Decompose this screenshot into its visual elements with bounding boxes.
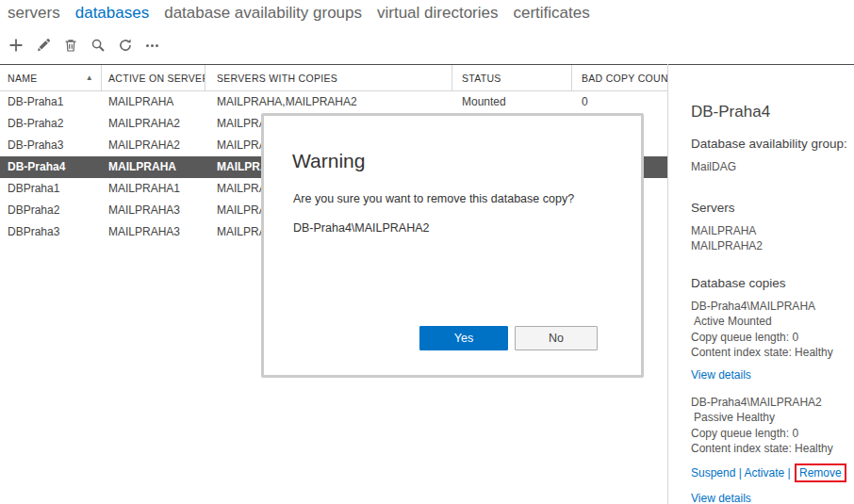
- database-copies-heading: Database copies: [691, 275, 851, 292]
- dag-value: MailDAG: [691, 159, 851, 175]
- suspend-link[interactable]: Suspend: [691, 466, 735, 480]
- copy-queue-length: Copy queue length: 0: [691, 330, 851, 346]
- content-index-state: Content index state: Healthy: [691, 345, 851, 361]
- dialog-message: Are you sure you want to remove this dat…: [293, 192, 641, 205]
- server-name: MAILPRAHA: [691, 223, 851, 239]
- add-icon[interactable]: [8, 37, 25, 54]
- column-header-name-label: NAME: [8, 73, 38, 84]
- cell-active-on-server: MAILPRAHA2: [102, 113, 205, 135]
- tab-certificates[interactable]: certificates: [514, 4, 590, 23]
- column-header-status[interactable]: STATUS: [452, 65, 572, 91]
- cell-active-on-server: MAILPRAHA: [102, 156, 205, 178]
- cell-name: DB-Praha4: [0, 156, 102, 178]
- copy-actions: Suspend | Activate | Remove: [691, 463, 851, 482]
- copy-state: Active Mounted: [691, 314, 851, 330]
- copy-queue-length: Copy queue length: 0: [691, 426, 851, 442]
- remove-link[interactable]: Remove: [799, 466, 842, 480]
- tab-databases[interactable]: databases: [75, 4, 149, 23]
- column-header-active-on-server[interactable]: ACTIVE ON SERVER: [102, 65, 205, 91]
- refresh-icon[interactable]: [117, 37, 134, 54]
- view-details-link[interactable]: View details: [691, 367, 751, 382]
- dialog-buttons: Yes No: [419, 326, 598, 350]
- details-title: DB-Praha4: [691, 102, 851, 122]
- cell-name: DBPraha2: [0, 200, 102, 221]
- view-details-link[interactable]: View details: [691, 491, 751, 504]
- action-separator: |: [788, 466, 791, 480]
- cell-name: DB-Praha1: [0, 91, 102, 113]
- cell-active-on-server: MAILPRAHA3: [102, 221, 205, 243]
- cell-active-on-server: MAILPRAHA: [102, 91, 205, 113]
- cell-status: Mounted: [452, 91, 572, 113]
- cell-active-on-server: MAILPRAHA1: [102, 178, 205, 200]
- search-icon[interactable]: [90, 37, 107, 54]
- tab-database-availability-groups[interactable]: database availability groups: [164, 4, 362, 23]
- content-index-state: Content index state: Healthy: [691, 441, 851, 457]
- delete-icon[interactable]: [62, 37, 79, 54]
- copy-name: DB-Praha4\MAILPRAHA2: [691, 395, 851, 411]
- server-name: MAILPRAHA2: [691, 238, 851, 254]
- database-copy-item: DB-Praha4\MAILPRAHA Active Mounted Copy …: [691, 299, 851, 382]
- cell-name: DB-Praha3: [0, 135, 102, 156]
- details-pane-divider: [667, 64, 668, 504]
- cell-active-on-server: MAILPRAHA3: [102, 200, 205, 221]
- copy-state: Passive Healthy: [691, 410, 851, 426]
- action-separator: |: [739, 466, 742, 480]
- copy-name: DB-Praha4\MAILPRAHA: [691, 299, 851, 315]
- servers-heading: Servers: [691, 200, 851, 217]
- cell-bad-copy-count: 0: [572, 91, 667, 113]
- cell-name: DB-Praha2: [0, 113, 102, 135]
- cell-active-on-server: MAILPRAHA2: [102, 135, 205, 156]
- dialog-target-copy: DB-Praha4\MAILPRAHA2: [293, 221, 641, 235]
- database-copy-item: DB-Praha4\MAILPRAHA2 Passive Healthy Cop…: [691, 395, 851, 504]
- sort-ascending-icon: ▲: [86, 65, 93, 91]
- dag-label: Database availability group:: [691, 136, 851, 153]
- cell-name: DBPraha1: [0, 178, 102, 200]
- table-header: NAME ▲ ACTIVE ON SERVER SERVERS WITH COP…: [0, 65, 667, 91]
- top-navigation: servers databases database availability …: [8, 4, 590, 23]
- activate-link[interactable]: Activate: [745, 466, 785, 480]
- more-icon[interactable]: [144, 37, 161, 54]
- table-row[interactable]: DB-Praha1 MAILPRAHA MAILPRAHA,MAILPRAHA2…: [0, 91, 667, 113]
- edit-icon[interactable]: [35, 37, 52, 54]
- yes-button[interactable]: Yes: [419, 326, 508, 350]
- cell-name: DBPraha3: [0, 221, 102, 243]
- column-header-servers-with-copies[interactable]: SERVERS WITH COPIES: [205, 65, 452, 91]
- column-header-bad-copy-count[interactable]: BAD COPY COUNT: [572, 65, 667, 91]
- dialog-title: Warning: [292, 150, 641, 172]
- no-button[interactable]: No: [515, 326, 598, 350]
- details-pane: DB-Praha4 Database availability group: M…: [691, 102, 851, 504]
- column-header-name[interactable]: NAME ▲: [0, 65, 102, 91]
- tab-servers[interactable]: servers: [8, 4, 60, 23]
- warning-dialog: Warning Are you sure you want to remove …: [261, 113, 644, 378]
- toolbar: [8, 36, 161, 55]
- remove-highlight-box: Remove: [795, 463, 846, 482]
- tab-virtual-directories[interactable]: virtual directories: [377, 4, 499, 23]
